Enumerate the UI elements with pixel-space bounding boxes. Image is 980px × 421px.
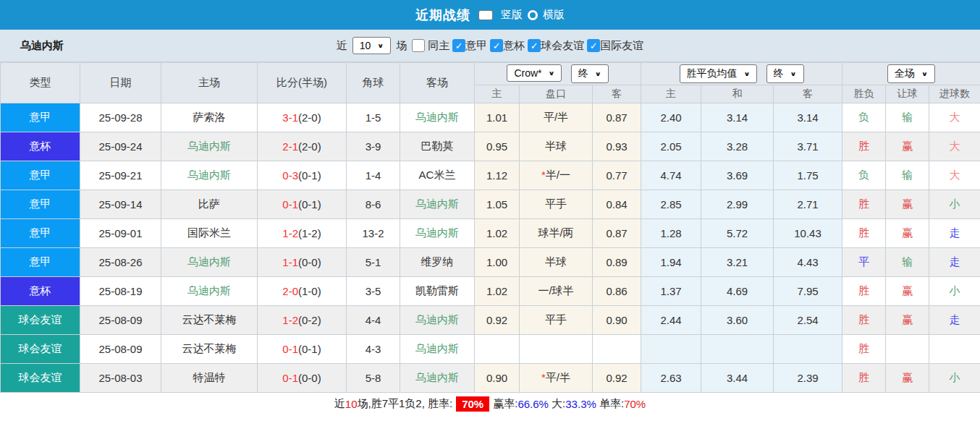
handicap-result-cell: 赢 bbox=[886, 190, 929, 219]
away-team: 乌迪内斯 bbox=[400, 335, 475, 364]
avg-home: 2.44 bbox=[641, 306, 701, 335]
header-date: 日期 bbox=[80, 63, 161, 103]
league-badge: 意甲 bbox=[1, 161, 80, 190]
avg-time-select[interactable]: 终 ∨ bbox=[766, 64, 804, 83]
checkbox-label-意杯[interactable]: 意杯 bbox=[503, 39, 525, 53]
full-score: 0-3 bbox=[282, 169, 298, 182]
handicap-cell: 球半/两 bbox=[520, 219, 593, 248]
handicap-cell: 半球 bbox=[520, 132, 593, 161]
subheader-avg-away: 客 bbox=[774, 85, 842, 103]
half-score: (2-0) bbox=[298, 111, 321, 124]
checkbox-label-国际友谊[interactable]: 国际友谊 bbox=[600, 39, 643, 53]
odds-home: 1.02 bbox=[475, 219, 520, 248]
odds-home: 1.00 bbox=[475, 248, 520, 277]
half-score: (0-0) bbox=[298, 372, 321, 384]
home-team: 乌迪内斯 bbox=[161, 132, 258, 161]
checkbox-同主[interactable] bbox=[412, 39, 425, 52]
handicap-result-cell: 输 bbox=[886, 103, 929, 132]
odds-time-value: 终 bbox=[578, 67, 588, 80]
scope-select[interactable]: 全场 ∨ bbox=[887, 64, 935, 83]
subheader-odds-home: 主 bbox=[475, 85, 520, 103]
radio-vertical-label[interactable]: 竖版 bbox=[501, 8, 523, 22]
handicap-result-cell: 赢 bbox=[886, 306, 929, 335]
odds-away: 0.93 bbox=[593, 132, 641, 161]
checkbox-label-意甲[interactable]: 意甲 bbox=[465, 39, 487, 53]
away-team-name: 乌迪内斯 bbox=[415, 342, 459, 354]
away-team-name: 乌迪内斯 bbox=[415, 313, 459, 326]
corners-cell: 13-2 bbox=[347, 219, 400, 248]
odds-home: 0.92 bbox=[475, 306, 520, 335]
home-team-name: 乌迪内斯 bbox=[187, 284, 231, 297]
home-team-name: 乌迪内斯 bbox=[187, 169, 231, 181]
checkbox-意甲[interactable]: ✓ bbox=[452, 39, 465, 52]
away-team: 乌迪内斯 bbox=[400, 306, 475, 335]
score-cell: 0-1(0-1) bbox=[258, 335, 347, 364]
away-team-name: AC米兰 bbox=[419, 169, 456, 181]
checkbox-国际友谊[interactable]: ✓ bbox=[587, 39, 600, 52]
corners-cell: 4-3 bbox=[347, 335, 400, 364]
odds-company-select[interactable]: Crow* ∨ bbox=[507, 64, 562, 82]
avg-away: 2.54 bbox=[774, 306, 842, 335]
radio-horizontal[interactable] bbox=[528, 10, 538, 20]
league-badge: 球会友谊 bbox=[1, 306, 80, 335]
half-score: (1-0) bbox=[298, 285, 321, 297]
handicap-text: 平/半 bbox=[546, 371, 570, 383]
matches-count-select[interactable]: 10 ∨ bbox=[352, 37, 392, 54]
match-date: 25-09-21 bbox=[80, 161, 161, 190]
result-cell: 平 bbox=[842, 248, 886, 277]
corners-cell: 1-5 bbox=[347, 103, 400, 132]
home-team-name: 云达不莱梅 bbox=[182, 342, 237, 354]
avg-draw bbox=[701, 335, 774, 364]
result-cell: 胜 bbox=[842, 219, 886, 248]
result-cell: 负 bbox=[842, 161, 886, 190]
checkbox-label-同主[interactable]: 同主 bbox=[428, 39, 449, 53]
radio-horizontal-label[interactable]: 横版 bbox=[543, 8, 565, 22]
home-team: 云达不莱梅 bbox=[161, 335, 258, 364]
odds-home bbox=[475, 335, 520, 364]
league-badge: 意杯 bbox=[1, 132, 80, 161]
checkbox-label-球会友谊[interactable]: 球会友谊 bbox=[541, 39, 584, 53]
goals-cell: 小 bbox=[929, 364, 980, 393]
odds-time-select[interactable]: 终 ∨ bbox=[571, 64, 609, 83]
league-badge: 意甲 bbox=[1, 103, 80, 132]
games-label: 场 bbox=[396, 39, 407, 53]
handicap-text: 球半/两 bbox=[538, 226, 573, 239]
avg-type-select[interactable]: 胜平负均值 ∨ bbox=[680, 64, 758, 83]
filter-bar: 乌迪内斯 近 10 ∨ 场 同主✓意甲✓意杯✓球会友谊✓国际友谊 bbox=[0, 30, 980, 62]
radio-vertical[interactable] bbox=[478, 10, 493, 20]
checkbox-意杯[interactable]: ✓ bbox=[490, 39, 503, 52]
home-team: 乌迪内斯 bbox=[161, 161, 258, 190]
avg-home: 1.28 bbox=[641, 219, 701, 248]
header-home: 主场 bbox=[161, 63, 258, 103]
avg-away: 3.14 bbox=[774, 103, 842, 132]
avg-draw: 3.14 bbox=[701, 103, 774, 132]
result-cell: 胜 bbox=[842, 277, 886, 306]
summary-segment: 33.3% bbox=[565, 398, 596, 410]
handicap-result-cell: 赢 bbox=[886, 132, 929, 161]
handicap-result-cell: 赢 bbox=[886, 219, 929, 248]
header-away: 客场 bbox=[400, 63, 475, 103]
checkbox-球会友谊[interactable]: ✓ bbox=[528, 39, 541, 52]
handicap-text: 一/球半 bbox=[538, 284, 573, 297]
avg-type-value: 胜平负均值 bbox=[687, 67, 738, 80]
result-cell: 胜 bbox=[842, 190, 886, 219]
half-score: (1-2) bbox=[298, 227, 321, 239]
handicap-result-cell: 输 bbox=[886, 161, 929, 190]
away-team: 乌迪内斯 bbox=[400, 364, 475, 393]
match-date: 25-08-19 bbox=[80, 277, 161, 306]
score-cell: 1-2(1-2) bbox=[258, 219, 347, 248]
score-cell: 2-1(2-0) bbox=[258, 132, 347, 161]
full-score: 2-0 bbox=[282, 285, 298, 297]
handicap-cell: 平手 bbox=[520, 306, 593, 335]
chevron-down-icon: ∨ bbox=[549, 69, 555, 77]
odds-home: 0.95 bbox=[475, 132, 520, 161]
result-cell: 胜 bbox=[842, 335, 886, 364]
result-cell: 胜 bbox=[842, 132, 886, 161]
match-row: 球会友谊25-08-03特温特0-1(0-0)5-8乌迪内斯0.90*平/半0.… bbox=[1, 364, 980, 393]
score-cell: 0-3(0-1) bbox=[258, 161, 347, 190]
avg-draw: 3.21 bbox=[701, 248, 774, 277]
odds-away: 0.90 bbox=[593, 306, 641, 335]
title-bar: 近期战绩 竖版 横版 bbox=[0, 0, 980, 30]
handicap-result-cell: 赢 bbox=[886, 277, 929, 306]
avg-home: 2.63 bbox=[641, 364, 701, 393]
